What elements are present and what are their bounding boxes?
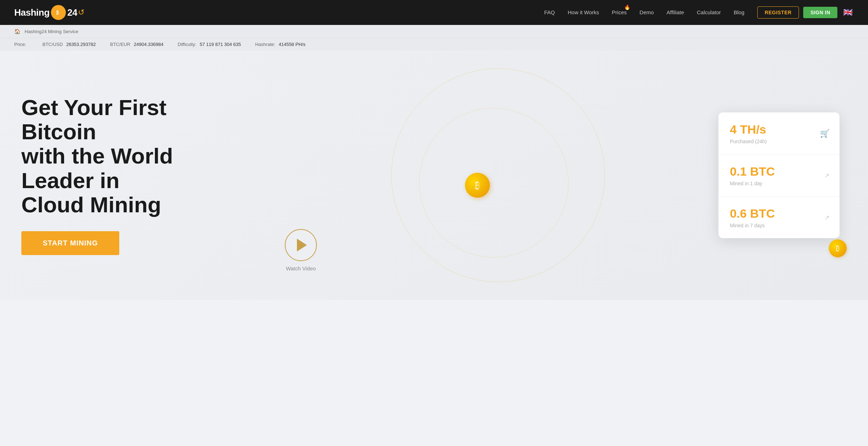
logo-text-left: Hashing (14, 7, 49, 18)
bitcoin-coin-small-icon: ₿ (829, 239, 847, 257)
start-mining-button[interactable]: START MINING (21, 231, 119, 255)
stat-row-hashrate: 4 TH/s Purchased (24h) 🛒 (718, 113, 840, 155)
stat-value-hashrate: 4 TH/s (730, 123, 828, 136)
nav-item-affiliate[interactable]: Affiliate (666, 9, 684, 16)
logo-arrow-icon: ↺ (78, 8, 84, 17)
stat-label-week: Mined in 7 days (730, 223, 828, 228)
hero-title: Get Your First Bitcoin with the World Le… (21, 95, 235, 217)
cart-icon: 🛒 (820, 129, 830, 138)
price-ticker: Price: BTC/USD 26353.293782 BTC/EUR 2490… (0, 38, 868, 51)
bitcoin-coin-icon: ₿ (465, 173, 490, 198)
floating-coin: ₿ (465, 173, 490, 198)
watch-video-label: Watch Video (286, 265, 316, 271)
nav-item-calculator[interactable]: Calculator (697, 9, 721, 16)
breadcrumb-home-label[interactable]: Hashing24 Mining Service (25, 29, 78, 34)
nav-links: FAQ How it Works Prices Demo Affiliate C… (544, 9, 744, 16)
circle-decoration-small (419, 108, 569, 258)
play-button[interactable] (285, 229, 317, 261)
nav-item-blog[interactable]: Blog (734, 9, 744, 16)
stat-row-week: 0.6 BTC Mined in 7 days ↗ (718, 197, 840, 238)
nav-item-demo[interactable]: Demo (639, 9, 654, 16)
ticker-difficulty: Difficulty: 57 119 871 304 635 (178, 42, 241, 47)
stat-value-day: 0.1 BTC (730, 165, 828, 178)
play-icon (297, 239, 307, 251)
stat-value-week: 0.6 BTC (730, 207, 828, 221)
breadcrumb: 🏠 Hashing24 Mining Service (0, 25, 868, 38)
nav-item-faq[interactable]: FAQ (544, 9, 555, 16)
arrow-icon-week: ↗ (824, 213, 830, 221)
signin-button[interactable]: SIGN IN (803, 7, 837, 18)
nav-item-prices[interactable]: Prices (612, 9, 627, 16)
stat-label-day: Mined in 1 day (730, 181, 828, 186)
ticker-btc-usd: BTC/USD 26353.293782 (42, 42, 96, 47)
ticker-price-label: Price: (14, 42, 28, 47)
home-icon[interactable]: 🏠 (14, 28, 20, 34)
main-nav: Hashing ₿ 24 ↺ FAQ How it Works Prices D… (0, 0, 868, 25)
stat-row-day: 0.1 BTC Mined in 1 day ↗ (718, 155, 840, 197)
circle-decoration-large (391, 68, 605, 282)
language-flag[interactable]: 🇬🇧 (842, 6, 854, 19)
watch-video-container[interactable]: Watch Video (285, 229, 317, 271)
svg-text:₿: ₿ (56, 10, 59, 15)
arrow-icon-day: ↗ (824, 171, 830, 179)
register-button[interactable]: REGISTER (757, 6, 799, 19)
hero-section: ₿ Get Your First Bitcoin with the World … (0, 51, 868, 300)
nav-item-how-it-works[interactable]: How it Works (568, 9, 599, 16)
coin-right: ₿ (829, 239, 847, 257)
logo[interactable]: Hashing ₿ 24 ↺ (14, 5, 84, 20)
ticker-hashrate: Hashrate: 414558 PH/s (255, 42, 305, 47)
stat-label-hashrate: Purchased (24h) (730, 139, 828, 144)
hero-content: Get Your First Bitcoin with the World Le… (21, 95, 235, 255)
logo-bitcoin-icon: ₿ (51, 5, 66, 20)
nav-buttons: REGISTER SIGN IN 🇬🇧 (757, 6, 854, 19)
stats-card: 4 TH/s Purchased (24h) 🛒 0.1 BTC Mined i… (718, 113, 840, 238)
ticker-btc-eur: BTC/EUR 24904.336984 (110, 42, 163, 47)
logo-text-right: 24 (67, 7, 77, 18)
